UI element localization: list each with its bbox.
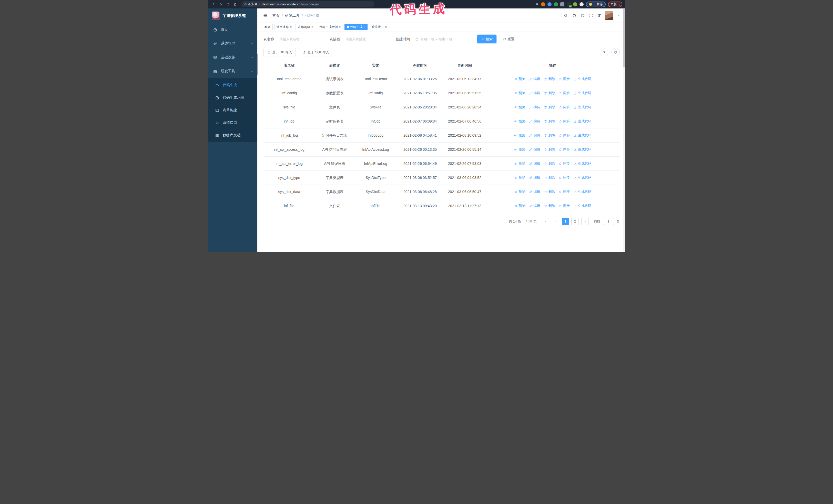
action-download[interactable]: 生成代码 [574, 118, 591, 124]
tab-5[interactable]: 代码生成× [344, 24, 367, 30]
action-sync[interactable]: 同步 [559, 161, 570, 166]
table-row[interactable]: inf_file文件表InfFile2021-03-13 09:43:20202… [263, 199, 620, 213]
submenu-item-2[interactable]: 代码生成示例 [208, 91, 258, 104]
action-sync[interactable]: 同步 [559, 133, 570, 138]
reset-button[interactable]: 重置 [499, 35, 518, 43]
action-sync[interactable]: 同步 [559, 175, 570, 181]
action-eye[interactable]: 预览 [514, 203, 525, 209]
extension-puzzle-icon[interactable] [579, 2, 584, 6]
action-download[interactable]: 生成代码 [574, 189, 591, 195]
kebab-menu-icon[interactable] [619, 3, 619, 6]
sidebar-fold-icon[interactable] [263, 13, 268, 18]
close-icon[interactable]: × [385, 25, 386, 28]
import-db-button[interactable]: 基于 DB 导入 [263, 48, 296, 56]
extension-blue-gem-icon[interactable] [547, 2, 552, 6]
help-icon[interactable] [580, 13, 585, 18]
action-download[interactable]: 生成代码 [574, 76, 591, 82]
address-bar[interactable]: 不安全 | dashboard.yudao.iocoder.cn/tool/co… [241, 1, 375, 7]
chevron-down-icon[interactable] [617, 14, 620, 17]
close-icon[interactable]: × [311, 25, 313, 28]
page-scrollbar[interactable] [623, 8, 625, 252]
table-row[interactable]: inf_api_error_logAPI 错误日志InfApiErrorLog2… [263, 157, 620, 171]
extension-orange-icon[interactable] [541, 2, 545, 6]
fullscreen-icon[interactable] [589, 13, 593, 18]
close-icon[interactable]: × [290, 25, 292, 28]
font-size-icon[interactable]: tT [597, 14, 600, 18]
action-eye[interactable]: 预览 [514, 133, 525, 138]
table-row[interactable]: inf_job定时任务表InfJob2021-02-07 06:39:34202… [263, 114, 620, 128]
action-eye[interactable]: 预览 [514, 189, 525, 195]
tab-3[interactable]: 表单构建× [295, 24, 315, 30]
home-icon[interactable] [233, 2, 238, 7]
page-size-select[interactable]: 10条/页 [524, 218, 549, 225]
update-button[interactable]: 更新 [608, 2, 622, 7]
toggle-search-button[interactable] [600, 48, 608, 56]
search-button[interactable]: 搜索 [477, 35, 497, 43]
action-edit[interactable]: 编辑 [529, 133, 540, 138]
action-edit[interactable]: 编辑 [529, 203, 540, 209]
action-delete[interactable]: 删除 [544, 161, 555, 166]
action-download[interactable]: 生成代码 [574, 90, 591, 96]
close-icon[interactable]: × [339, 25, 340, 28]
action-edit[interactable]: 编辑 [529, 76, 540, 82]
forward-icon[interactable] [218, 2, 224, 7]
sidebar-item-4[interactable]: 研发工具 [208, 64, 258, 78]
submenu-item-5[interactable]: 数据库文档 [208, 129, 258, 142]
date-range-picker[interactable]: 开始日期 - 结束日期 [413, 35, 473, 43]
github-icon[interactable] [572, 13, 576, 18]
action-delete[interactable]: 删除 [544, 203, 555, 209]
action-sync[interactable]: 同步 [559, 147, 570, 152]
tab-4[interactable]: 代码生成示例× [317, 24, 343, 30]
sidebar-logo-row[interactable]: 芋道管理系统 [208, 8, 258, 23]
action-download[interactable]: 生成代码 [574, 161, 591, 166]
action-eye[interactable]: 预览 [514, 118, 525, 124]
table-row[interactable]: inf_job_log定时任务日志表InfJobLog2021-02-08 04… [263, 128, 620, 143]
action-download[interactable]: 生成代码 [574, 104, 591, 110]
import-sql-button[interactable]: 基于 SQL 导入 [299, 48, 333, 56]
action-eye[interactable]: 预览 [514, 104, 525, 110]
table-row[interactable]: tool_test_demo测试示例表ToolTestDemo2021-02-0… [263, 72, 620, 86]
table-row[interactable]: sys_file文件表SysFile2021-02-06 20:28:34202… [263, 100, 620, 114]
action-eye[interactable]: 预览 [514, 147, 525, 152]
refresh-table-button[interactable] [611, 48, 620, 56]
action-eye[interactable]: 预览 [514, 161, 525, 166]
reload-icon[interactable] [225, 2, 231, 7]
table-row[interactable]: sys_dict_data字典数据表SysDictData2021-03-06 … [263, 185, 620, 199]
sidebar-item-2[interactable]: 系统管理 [208, 37, 258, 50]
action-delete[interactable]: 删除 [544, 104, 555, 110]
bookmark-star-icon[interactable] [535, 2, 539, 7]
action-edit[interactable]: 编辑 [529, 161, 540, 166]
action-delete[interactable]: 删除 [544, 133, 555, 138]
tab-1[interactable]: 首页 [262, 24, 273, 30]
submenu-item-4[interactable]: 系统接口 [208, 116, 258, 129]
action-eye[interactable]: 预览 [514, 76, 525, 82]
extension-green-shield-icon[interactable] [554, 2, 558, 6]
tab-6[interactable]: 系统接口× [369, 24, 389, 30]
action-delete[interactable]: 删除 [544, 147, 555, 152]
action-edit[interactable]: 编辑 [529, 118, 540, 124]
table-row[interactable]: sys_dict_type字典类型表SysDictType2021-03-06 … [263, 171, 620, 185]
profile-paused-badge[interactable]: 已暂停 [586, 2, 606, 7]
back-icon[interactable] [211, 2, 217, 7]
action-sync[interactable]: 同步 [559, 203, 570, 209]
action-delete[interactable]: 删除 [544, 175, 555, 181]
action-delete[interactable]: 删除 [544, 90, 555, 96]
next-page-button[interactable] [581, 218, 589, 225]
table-name-input[interactable] [277, 35, 325, 43]
extension-green-man-icon[interactable] [573, 2, 577, 6]
insecure-warning[interactable]: 不安全 [244, 2, 258, 6]
action-download[interactable]: 生成代码 [574, 203, 591, 209]
submenu-item-1[interactable]: 代码生成 [208, 79, 258, 91]
action-delete[interactable]: 删除 [544, 189, 555, 195]
action-download[interactable]: 生成代码 [574, 147, 591, 152]
submenu-item-3[interactable]: 表单构建 [208, 104, 258, 116]
page-button-2[interactable]: 2 [571, 218, 579, 225]
table-row[interactable]: inf_api_access_logAPI 访问日志表InfApiAccessL… [263, 143, 620, 157]
extension-grid-icon[interactable] [560, 2, 564, 6]
action-edit[interactable]: 编辑 [529, 147, 540, 152]
action-sync[interactable]: 同步 [559, 189, 570, 195]
action-delete[interactable]: 删除 [544, 76, 555, 82]
table-desc-input[interactable] [343, 35, 391, 43]
action-edit[interactable]: 编辑 [529, 175, 540, 181]
page-button-1[interactable]: 1 [562, 218, 569, 225]
